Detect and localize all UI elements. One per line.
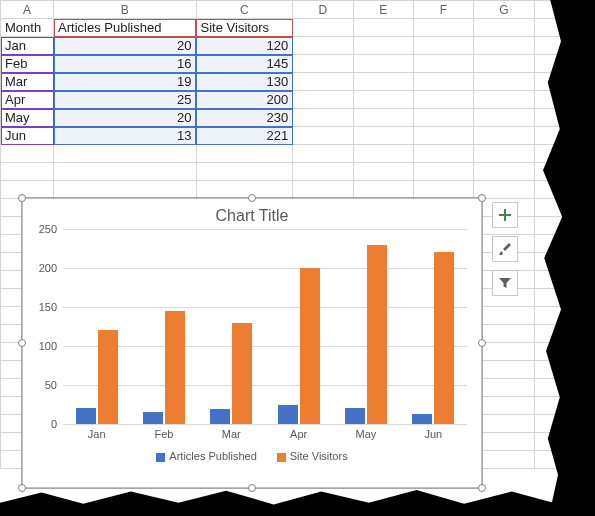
cell[interactable] xyxy=(413,145,473,163)
cell[interactable]: Jan xyxy=(1,37,54,55)
cell[interactable]: 19 xyxy=(54,73,196,91)
cell[interactable]: 20 xyxy=(54,109,196,127)
chart-styles-button[interactable] xyxy=(492,236,518,262)
cell[interactable] xyxy=(474,415,534,433)
cell[interactable] xyxy=(196,181,293,199)
cell[interactable] xyxy=(474,127,534,145)
chart-title[interactable]: Chart Title xyxy=(23,199,481,229)
bar[interactable] xyxy=(412,414,432,424)
column-header[interactable]: G xyxy=(474,1,534,19)
cell[interactable] xyxy=(413,19,473,37)
cell[interactable] xyxy=(353,19,413,37)
cell[interactable]: 120 xyxy=(196,37,293,55)
cell[interactable] xyxy=(353,163,413,181)
cell[interactable]: 130 xyxy=(196,73,293,91)
bar[interactable] xyxy=(345,408,365,424)
cell[interactable]: 16 xyxy=(54,55,196,73)
cell[interactable] xyxy=(413,109,473,127)
cell[interactable]: 221 xyxy=(196,127,293,145)
cell[interactable] xyxy=(474,397,534,415)
cell[interactable] xyxy=(353,181,413,199)
column-header[interactable]: F xyxy=(413,1,473,19)
cell[interactable] xyxy=(474,19,534,37)
cell[interactable] xyxy=(293,109,353,127)
cell[interactable] xyxy=(413,163,473,181)
cell[interactable] xyxy=(293,181,353,199)
cell[interactable] xyxy=(54,181,196,199)
cell[interactable] xyxy=(413,91,473,109)
cell[interactable] xyxy=(474,433,534,451)
cell[interactable] xyxy=(474,379,534,397)
chart-elements-button[interactable] xyxy=(492,202,518,228)
cell[interactable]: 145 xyxy=(196,55,293,73)
cell[interactable] xyxy=(474,73,534,91)
resize-handle[interactable] xyxy=(18,194,26,202)
column-header[interactable]: B xyxy=(54,1,196,19)
cell[interactable] xyxy=(474,109,534,127)
cell[interactable] xyxy=(293,127,353,145)
cell[interactable] xyxy=(293,163,353,181)
cell[interactable] xyxy=(353,91,413,109)
cell[interactable] xyxy=(293,19,353,37)
cell[interactable] xyxy=(353,145,413,163)
bar[interactable] xyxy=(300,268,320,424)
chart-filter-button[interactable] xyxy=(492,270,518,296)
column-header[interactable]: D xyxy=(293,1,353,19)
resize-handle[interactable] xyxy=(478,194,486,202)
cell[interactable] xyxy=(474,163,534,181)
cell[interactable] xyxy=(474,37,534,55)
bar[interactable] xyxy=(434,252,454,424)
bar[interactable] xyxy=(76,408,96,424)
cell[interactable]: Jun xyxy=(1,127,54,145)
chart-legend[interactable]: Articles PublishedSite Visitors xyxy=(23,450,481,462)
cell[interactable] xyxy=(54,163,196,181)
cell[interactable] xyxy=(54,145,196,163)
cell[interactable] xyxy=(413,181,473,199)
column-header[interactable]: C xyxy=(196,1,293,19)
resize-handle[interactable] xyxy=(18,484,26,492)
cell[interactable] xyxy=(474,145,534,163)
resize-handle[interactable] xyxy=(478,339,486,347)
cell[interactable] xyxy=(293,91,353,109)
cell[interactable]: Feb xyxy=(1,55,54,73)
resize-handle[interactable] xyxy=(18,339,26,347)
cell[interactable] xyxy=(1,145,54,163)
cell[interactable] xyxy=(474,361,534,379)
cell[interactable]: May xyxy=(1,109,54,127)
cell[interactable]: Site Visitors xyxy=(196,19,293,37)
cell[interactable] xyxy=(293,55,353,73)
cell[interactable]: 230 xyxy=(196,109,293,127)
legend-item[interactable]: Articles Published xyxy=(156,450,256,462)
cell[interactable] xyxy=(474,451,534,469)
cell[interactable]: Articles Published xyxy=(54,19,196,37)
embedded-chart[interactable]: Chart Title 050100150200250 JanFebMarApr… xyxy=(22,198,482,488)
cell[interactable] xyxy=(353,127,413,145)
column-header[interactable]: E xyxy=(353,1,413,19)
bar[interactable] xyxy=(210,409,230,424)
cell[interactable] xyxy=(413,37,473,55)
cell[interactable]: 20 xyxy=(54,37,196,55)
bar[interactable] xyxy=(232,323,252,424)
cell[interactable] xyxy=(474,91,534,109)
cell[interactable] xyxy=(293,37,353,55)
cell[interactable] xyxy=(413,55,473,73)
column-header[interactable]: A xyxy=(1,1,54,19)
cell[interactable] xyxy=(413,127,473,145)
cell[interactable] xyxy=(293,145,353,163)
cell[interactable] xyxy=(1,163,54,181)
bar[interactable] xyxy=(98,330,118,424)
cell[interactable] xyxy=(293,73,353,91)
resize-handle[interactable] xyxy=(248,194,256,202)
plot-area[interactable]: 050100150200250 xyxy=(63,229,467,424)
bar[interactable] xyxy=(165,311,185,424)
cell[interactable]: Mar xyxy=(1,73,54,91)
cell[interactable] xyxy=(196,145,293,163)
cell[interactable] xyxy=(413,73,473,91)
bar[interactable] xyxy=(278,405,298,425)
cell[interactable]: 13 xyxy=(54,127,196,145)
cell[interactable] xyxy=(353,37,413,55)
cell[interactable] xyxy=(353,73,413,91)
cell[interactable] xyxy=(353,55,413,73)
legend-item[interactable]: Site Visitors xyxy=(277,450,348,462)
resize-handle[interactable] xyxy=(248,484,256,492)
